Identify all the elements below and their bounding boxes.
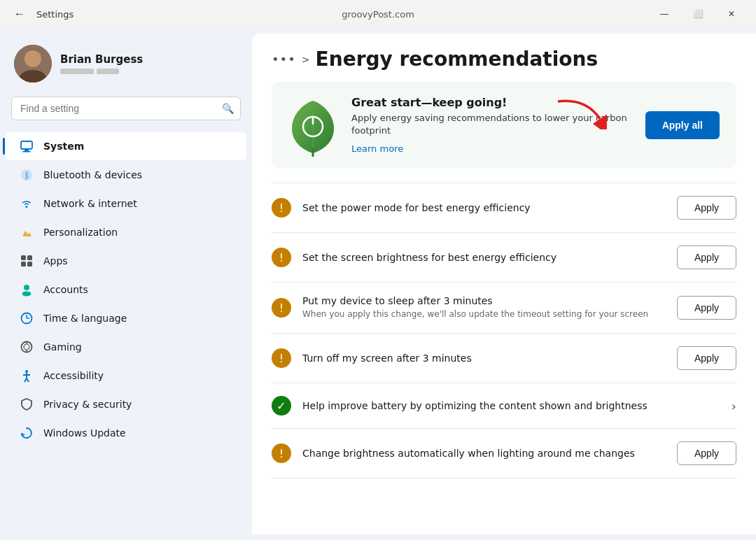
hero-text: Great start—keep going! Apply energy sav… [351,96,631,155]
svg-point-13 [24,285,29,290]
sidebar-item-label-accessibility: Accessibility [43,370,104,381]
page-title: Energy recommendations [316,48,598,71]
gaming-icon [20,340,34,354]
warning-icon-sleep: ! [272,298,291,318]
minimize-button[interactable]: — [648,3,680,25]
sidebar-item-gaming[interactable]: Gaming [6,333,246,361]
avatar-image [14,45,52,83]
user-profile: Brian Burgess [0,36,252,97]
rec-title-screen-off: Turn off my screen after 3 minutes [302,353,666,364]
success-icon-battery: ✓ [272,396,291,415]
rec-text-sleep: Put my device to sleep after 3 minutes W… [302,295,666,320]
svg-point-22 [25,370,28,373]
accessibility-icon [20,369,34,383]
apps-icon [20,254,34,268]
warning-icon-power-mode: ! [272,198,291,218]
svg-rect-9 [21,255,26,260]
svg-rect-3 [21,141,32,149]
rec-title-battery: Help improve battery by optimizing the c… [302,400,720,411]
close-button[interactable]: ✕ [715,3,748,25]
svg-rect-5 [22,151,31,152]
warning-icon-auto-brightness: ! [272,443,291,463]
user-bar-2 [97,69,119,74]
rec-title-power-mode: Set the power mode for best energy effic… [302,202,666,213]
rec-item-screen-off: ! Turn off my screen after 3 minutes App… [272,333,736,383]
breadcrumb-arrow: > [302,54,310,65]
search-input[interactable] [11,97,241,120]
user-info: Brian Burgess [60,53,143,74]
maximize-button[interactable]: ⬜ [682,3,714,25]
apply-button-sleep[interactable]: Apply [677,296,736,320]
svg-point-8 [26,206,28,208]
apply-button-screen-off[interactable]: Apply [677,346,736,370]
sidebar-item-personalization[interactable]: Personalization [6,218,246,246]
hero-title: Great start—keep going! [351,96,631,109]
sidebar-item-network[interactable]: Network & internet [6,190,246,218]
user-detail-bars [60,69,143,74]
rec-item-battery[interactable]: ✓ Help improve battery by optimizing the… [272,383,736,428]
breadcrumb-dots: ••• [272,52,296,66]
sidebar-item-accessibility[interactable]: Accessibility [6,362,246,390]
svg-point-1 [24,50,41,67]
chevron-right-icon: › [732,399,736,413]
titlebar: ← Settings groovyPost.com — ⬜ ✕ [0,0,756,28]
apply-button-auto-brightness[interactable]: Apply [677,441,736,465]
sidebar-item-accounts[interactable]: Accounts [6,276,246,304]
sidebar-item-label-system: System [43,141,84,152]
accounts-icon [20,283,34,297]
recommendations-list: ! Set the power mode for best energy eff… [252,183,756,478]
svg-line-26 [27,378,29,382]
sidebar-item-bluetooth[interactable]: ᛒ Bluetooth & devices [6,161,246,189]
rec-title-sleep: Put my device to sleep after 3 minutes [302,295,666,306]
main-layout: Brian Burgess 🔍 [0,28,756,540]
warning-icon-screen-off: ! [272,348,291,368]
time-icon [20,311,34,325]
rec-title-screen-brightness: Set the screen brightness for best energ… [302,252,666,263]
leaf-icon [288,97,337,153]
rec-item-auto-brightness: ! Change brightness automatically when l… [272,428,736,478]
sidebar-item-label-gaming: Gaming [43,341,82,353]
sidebar-item-time[interactable]: Time & language [6,304,246,332]
apply-button-screen-brightness[interactable]: Apply [677,246,736,269]
sidebar-item-update[interactable]: Windows Update [6,419,246,447]
rec-item-screen-brightness: ! Set the screen brightness for best ene… [272,232,736,282]
nav-list: System ᛒ Bluetooth & devices [0,132,252,448]
network-icon [20,197,34,211]
system-icon [20,139,34,153]
sidebar: Brian Burgess 🔍 [0,28,252,540]
sidebar-item-label-time: Time & language [43,313,127,324]
sidebar-item-label-privacy: Privacy & security [43,399,132,410]
back-button[interactable]: ← [8,5,31,23]
privacy-icon [20,397,34,411]
svg-point-14 [22,292,31,297]
url-display: groovyPost.com [342,9,414,20]
window-controls: — ⬜ ✕ [648,3,748,25]
search-icon: 🔍 [222,103,234,114]
svg-rect-12 [27,262,32,267]
rec-text-auto-brightness: Change brightness automatically when lig… [302,448,666,459]
sidebar-item-system[interactable]: System [6,132,246,160]
personalization-icon [20,225,34,239]
svg-rect-11 [21,262,26,267]
sidebar-item-label-personalization: Personalization [43,227,118,238]
learn-more-link[interactable]: Learn more [351,143,403,154]
rec-title-auto-brightness: Change brightness automatically when lig… [302,448,666,459]
sidebar-item-label-update: Windows Update [43,427,126,439]
sidebar-item-label-bluetooth: Bluetooth & devices [43,169,142,180]
app-name: Settings [36,9,74,20]
sidebar-item-label-network: Network & internet [43,198,137,209]
sidebar-item-label-accounts: Accounts [43,284,88,295]
sidebar-item-apps[interactable]: Apps [6,247,246,275]
rec-text-battery: Help improve battery by optimizing the c… [302,400,720,411]
rec-text-power-mode: Set the power mode for best energy effic… [302,202,666,213]
search-box: 🔍 [11,97,241,120]
avatar [14,45,52,83]
sidebar-item-privacy[interactable]: Privacy & security [6,390,246,418]
apply-button-power-mode[interactable]: Apply [677,196,736,220]
user-name: Brian Burgess [60,53,143,66]
apply-all-button[interactable]: Apply all [645,111,720,139]
svg-point-19 [24,344,29,350]
rec-text-screen-brightness: Set the screen brightness for best energ… [302,252,666,263]
sidebar-item-label-apps: Apps [43,255,68,267]
page-header: ••• > Energy recommendations [252,34,756,82]
